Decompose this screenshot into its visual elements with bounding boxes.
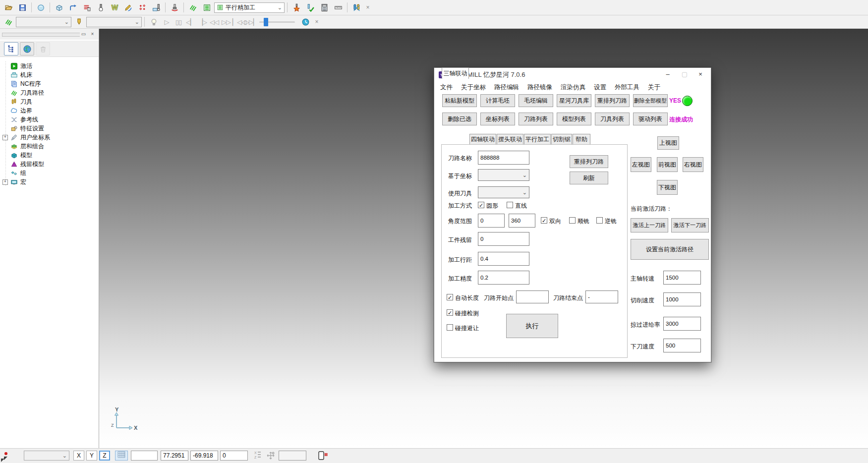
collision-avoid-checkbox[interactable]	[447, 324, 453, 331]
menu-about[interactable]: 关于	[648, 83, 660, 92]
paste-new-model-button[interactable]: 粘贴新模型	[442, 94, 477, 107]
circle-checkbox[interactable]: ✓	[478, 202, 484, 208]
device-pause-icon[interactable]	[317, 451, 329, 461]
set-active-path-button[interactable]: 设置当前激活路径	[631, 239, 709, 260]
tree-item-boundaries[interactable]: 边界	[0, 106, 32, 115]
panel-float-button[interactable]: ▭	[79, 30, 88, 39]
tree-item-activate[interactable]: 激活	[0, 61, 32, 70]
tree-item-models[interactable]: 模型	[0, 151, 32, 160]
tab-explorer-tree[interactable]	[4, 42, 18, 56]
view-bottom-button[interactable]: 下视图	[657, 180, 678, 195]
use-tool-dropdown[interactable]: ⌄	[478, 186, 529, 198]
clock-icon[interactable]	[299, 15, 312, 28]
block-icon[interactable]	[53, 1, 65, 14]
tool-holder-icon[interactable]	[168, 1, 181, 14]
minimize-icon[interactable]: –	[659, 68, 676, 81]
close-icon[interactable]: ×	[364, 4, 372, 11]
activate-prev-button[interactable]: 激活上一刀路	[631, 218, 668, 232]
tool-icon[interactable]	[72, 15, 85, 28]
delete-selected-button[interactable]: 删除已选	[442, 113, 477, 125]
tree-item-reference-lines[interactable]: 参考线	[0, 115, 38, 124]
menu-path-mirror[interactable]: 路径镜像	[527, 83, 552, 92]
activate-next-button[interactable]: 激活下一刀路	[671, 218, 709, 232]
refresh-button[interactable]: 刷新	[570, 172, 608, 184]
menu-coords[interactable]: 关于坐标	[461, 83, 486, 92]
calculator-icon[interactable]	[318, 1, 331, 14]
tree-item-machine[interactable]: 机床	[0, 70, 32, 79]
tree-item-tools[interactable]: 刀具	[0, 97, 32, 106]
conventional-checkbox[interactable]	[596, 217, 603, 224]
pattern-points-icon[interactable]	[136, 1, 149, 14]
coord-z-field[interactable]: 0	[220, 451, 248, 461]
tab-parallel[interactable]: 平行加工	[524, 134, 551, 144]
star-tool-icon[interactable]	[290, 1, 303, 14]
blank-form-icon[interactable]	[34, 1, 47, 14]
reorder-toolpaths-button[interactable]: 重排列刀路	[595, 94, 630, 107]
fast-forward-icon[interactable]: ▷▷	[221, 18, 231, 26]
toolpath-spring-icon[interactable]	[186, 1, 199, 14]
sort-order-icon[interactable]: XZ	[254, 451, 263, 461]
panel-close-button[interactable]: ×	[88, 30, 97, 39]
skim-feed-input[interactable]	[663, 317, 701, 331]
measure-ruler-icon[interactable]	[332, 1, 345, 14]
tool-block-icon[interactable]	[150, 1, 163, 14]
tab-recycle-bin[interactable]	[36, 42, 50, 56]
save-icon[interactable]	[16, 1, 29, 14]
calc-stock-button[interactable]: 计算毛坯	[480, 94, 515, 107]
tree-item-groups[interactable]: 组	[0, 169, 26, 177]
w-surface-icon[interactable]: WW	[108, 1, 121, 14]
stock-edit-button[interactable]: 毛坯编辑	[519, 94, 553, 107]
collision-check-checkbox[interactable]: ✓	[447, 309, 453, 316]
close-icon[interactable]: ×	[313, 18, 321, 25]
tab-saw[interactable]: 切割锯	[551, 134, 572, 144]
model-list-button[interactable]: 模型列表	[557, 113, 591, 125]
panel-scrollbar[interactable]	[2, 33, 80, 37]
axis-z-button[interactable]: Z	[99, 451, 110, 461]
go-to-start-icon[interactable]: ▏◁◁	[232, 18, 243, 26]
tolerance-field[interactable]	[279, 451, 306, 461]
bidirectional-checkbox[interactable]: ✓	[541, 217, 547, 224]
view-right-button[interactable]: 右视图	[683, 157, 703, 172]
path-start-input[interactable]	[516, 290, 549, 303]
tool-list-button[interactable]: 刀具列表	[595, 113, 630, 125]
tree-item-stock-models[interactable]: 残留模型	[0, 160, 44, 169]
cutting-speed-input[interactable]	[663, 292, 701, 306]
grid-toggle-button[interactable]	[115, 451, 128, 461]
base-coord-dropdown[interactable]: ⌄	[478, 169, 529, 181]
reorder-toolpath-button[interactable]: 重排列刀路	[570, 155, 608, 168]
toolpath-select-dropdown[interactable]: ⌄	[16, 17, 71, 27]
toolpath-list-button[interactable]: 刀路列表	[519, 113, 553, 125]
grid-size-field[interactable]	[131, 451, 158, 461]
stock-remain-input[interactable]	[478, 232, 529, 246]
delete-all-models-button[interactable]: 删除全部模型	[633, 94, 668, 107]
tree-item-macros[interactable]: 宏	[0, 177, 26, 186]
ball-tool-icon[interactable]	[94, 1, 107, 14]
tab-swivel[interactable]: 摆头联动	[497, 134, 523, 144]
execute-button[interactable]: 执行	[506, 314, 558, 338]
tab-4axis[interactable]: 四轴联动	[469, 134, 496, 144]
go-to-end-icon[interactable]: ▷▷▏	[244, 18, 255, 26]
coord-y-field[interactable]: -69.918	[190, 451, 218, 461]
stepover-input[interactable]	[478, 252, 529, 266]
tree-item-nc-program[interactable]: NC程序	[0, 79, 41, 88]
pause-icon[interactable]: ▯▯	[173, 18, 184, 26]
tree-item-levels-sets[interactable]: 层和组合	[0, 142, 44, 151]
tab-3axis[interactable]: 三轴联动	[442, 67, 469, 79]
nc-program-icon[interactable]	[80, 1, 93, 14]
tools-compare-icon[interactable]	[350, 1, 363, 14]
tool-select-dropdown[interactable]: ⌄	[86, 17, 142, 27]
lamp-icon[interactable]	[147, 15, 160, 28]
climb-checkbox[interactable]	[569, 217, 576, 224]
axis-y-button[interactable]: Y	[86, 451, 97, 461]
coord-list-button[interactable]: 坐标列表	[480, 113, 515, 125]
tree-item-feature-sets[interactable]: 特征设置	[0, 124, 44, 133]
axis-x-button[interactable]: X	[73, 451, 84, 461]
path-end-input[interactable]	[585, 290, 618, 303]
step-back-icon[interactable]: ◁▏	[185, 18, 196, 26]
angle-from-input[interactable]	[478, 214, 505, 228]
spindle-speed-input[interactable]	[663, 271, 701, 285]
open-icon[interactable]	[2, 1, 15, 14]
pan-tool-icon[interactable]	[266, 451, 276, 461]
simulation-speed-slider[interactable]	[259, 21, 295, 23]
draw-curve-icon[interactable]	[122, 1, 135, 14]
